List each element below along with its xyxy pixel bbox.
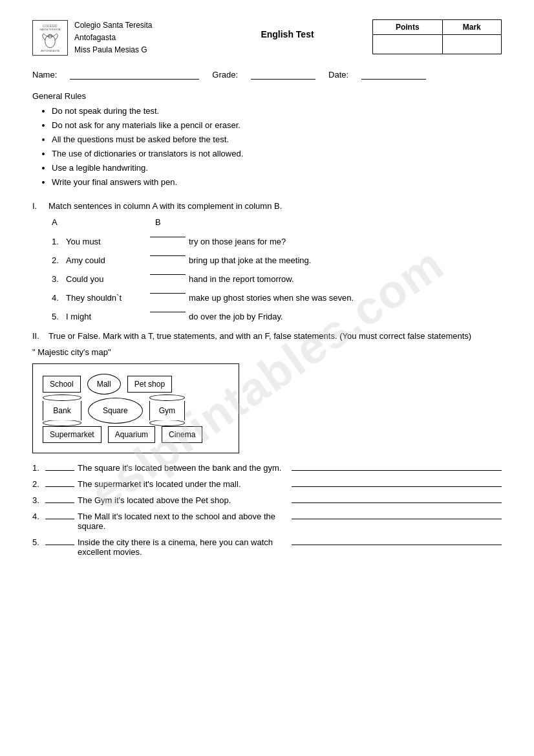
grade-field[interactable] <box>251 70 315 80</box>
roman-II: II. <box>32 331 42 341</box>
date-label: Date: <box>328 70 348 80</box>
col-a-text: I might <box>66 312 150 321</box>
col-a-text: Amy could <box>66 255 150 265</box>
section-II-header: II. True or False. Mark with a T, true s… <box>32 331 502 341</box>
blank-line[interactable] <box>150 255 186 256</box>
map-row-1: School Mall Pet shop <box>43 374 229 394</box>
col-b-text: hand in the report tomorrow. <box>189 274 502 284</box>
rule-6: Write your final answers with pen. <box>52 175 502 189</box>
col-b-text: do over the job by Friday. <box>189 312 502 321</box>
tf-blank[interactable] <box>45 502 74 503</box>
blank-line[interactable] <box>150 312 186 312</box>
match-item-4: 4. They shouldn`t make up ghost stories … <box>52 293 502 303</box>
map-title: " Majestic city's map" <box>32 347 502 357</box>
match-columns-header: A B <box>52 217 502 230</box>
section-I-instruction: Match sentences in column A with its com… <box>48 201 282 211</box>
section-II-instruction: True or False. Mark with a T, true state… <box>48 331 471 341</box>
rules-list: Do not speak during the test.Do not ask … <box>32 104 502 190</box>
name-label: Name: <box>32 70 57 80</box>
col-b-text: bring up that joke at the meeting. <box>189 255 502 265</box>
item-num: 2. <box>52 255 66 265</box>
tf-item-4: 4. The Mall it's located next to the sch… <box>32 512 502 531</box>
school-logo: COLEGIO SANTA TERESITA ANTOFAGASTA <box>32 20 68 56</box>
item-num: 3. <box>52 274 66 284</box>
tf-num: 1. <box>32 463 45 473</box>
tf-item-1: 1. The square it's located between the b… <box>32 463 502 473</box>
tf-answer-line[interactable] <box>292 545 502 545</box>
supermarket-shape: Supermarket <box>43 426 101 443</box>
teacher: Miss Paula Mesias G <box>74 44 153 56</box>
mall-shape: Mall <box>87 374 121 394</box>
points-table: Points Mark <box>372 19 502 54</box>
tf-blank[interactable] <box>45 470 74 471</box>
tf-num: 5. <box>32 537 45 547</box>
col-b-text: make up ghost stories when she was seven… <box>189 293 502 303</box>
tf-item-2: 2. The supermarket it's located under th… <box>32 479 502 489</box>
header: COLEGIO SANTA TERESITA ANTOFAGASTA Coleg… <box>32 19 502 57</box>
map-container: School Mall Pet shop Bank Square Gym Sup… <box>32 363 239 453</box>
col-b-text: try on those jeans for me? <box>189 237 502 246</box>
blank-line[interactable] <box>150 293 186 294</box>
tf-answer-line[interactable] <box>292 470 502 471</box>
header-right: Points Mark <box>372 19 502 54</box>
tf-text: The Mall it's located next to the school… <box>78 512 288 531</box>
tf-blank[interactable] <box>45 486 74 487</box>
name-row: Name: Grade: Date: <box>32 70 502 80</box>
cinema-shape: Cinema <box>162 426 202 443</box>
points-value <box>373 35 443 54</box>
name-field[interactable] <box>70 70 199 80</box>
mark-header: Mark <box>442 20 501 35</box>
roman-I: I. <box>32 201 42 211</box>
tf-answer-line[interactable] <box>292 502 502 503</box>
aquarium-shape: Aquarium <box>108 426 155 443</box>
points-header: Points <box>373 20 443 35</box>
school-name: Colegio Santa Teresita <box>74 19 153 32</box>
col-a-text: They shouldn`t <box>66 293 150 303</box>
grade-label: Grade: <box>212 70 238 80</box>
bank-shape: Bank <box>43 394 81 426</box>
blank-line[interactable] <box>150 274 186 275</box>
tf-item-5: 5. Inside the city there is a cinema, he… <box>32 537 502 557</box>
test-title: English Test <box>202 19 372 39</box>
rule-3: All the questions must be asked before t… <box>52 133 502 147</box>
col-b-header: B <box>155 217 161 227</box>
svg-text:SANTA TERESITA: SANTA TERESITA <box>39 28 61 31</box>
col-a-header: A <box>52 217 155 227</box>
general-rules-title: General Rules <box>32 91 502 101</box>
item-num: 1. <box>52 237 66 246</box>
rule-2: Do not ask for any materials like a penc… <box>52 118 502 133</box>
tf-text: The supermarket it's located under the m… <box>78 479 288 489</box>
tf-text: Inside the city there is a cinema, here … <box>78 537 288 557</box>
map-row-2: Bank Square Gym <box>43 394 229 426</box>
tf-answer-line[interactable] <box>292 519 502 519</box>
blank-line[interactable] <box>150 237 186 237</box>
tf-blank[interactable] <box>45 519 74 519</box>
section-I-header: I. Match sentences in column A with its … <box>32 201 502 211</box>
tf-blank[interactable] <box>45 545 74 545</box>
svg-point-2 <box>45 35 56 48</box>
col-a-text: You must <box>66 237 150 246</box>
map-row-3: Supermarket Aquarium Cinema <box>43 426 229 443</box>
rule-5: Use a legible handwriting. <box>52 161 502 175</box>
tf-num: 3. <box>32 495 45 505</box>
school-shape: School <box>43 376 81 393</box>
match-items: 1. You must try on those jeans for me? 2… <box>52 237 502 321</box>
match-item-5: 5. I might do over the job by Friday. <box>52 312 502 321</box>
square-shape: Square <box>88 398 143 424</box>
rule-4: The use of dictionaries or translators i… <box>52 147 502 161</box>
date-field[interactable] <box>361 70 426 80</box>
rule-1: Do not speak during the test. <box>52 104 502 118</box>
item-num: 4. <box>52 293 66 303</box>
mark-value <box>442 35 501 54</box>
gym-shape: Gym <box>149 394 185 426</box>
tf-items: 1. The square it's located between the b… <box>32 463 502 557</box>
match-item-3: 3. Could you hand in the report tomorrow… <box>52 274 502 284</box>
tf-num: 2. <box>32 479 45 489</box>
school-info: Colegio Santa Teresita Antofagasta Miss … <box>74 19 153 57</box>
tf-answer-line[interactable] <box>292 486 502 487</box>
tf-item-3: 3. The Gym it's located above the Pet sh… <box>32 495 502 505</box>
header-left: COLEGIO SANTA TERESITA ANTOFAGASTA Coleg… <box>32 19 202 57</box>
petshop-shape: Pet shop <box>127 376 172 393</box>
tf-text: The Gym it's located above the Pet shop. <box>78 495 288 505</box>
col-a-text: Could you <box>66 274 150 284</box>
